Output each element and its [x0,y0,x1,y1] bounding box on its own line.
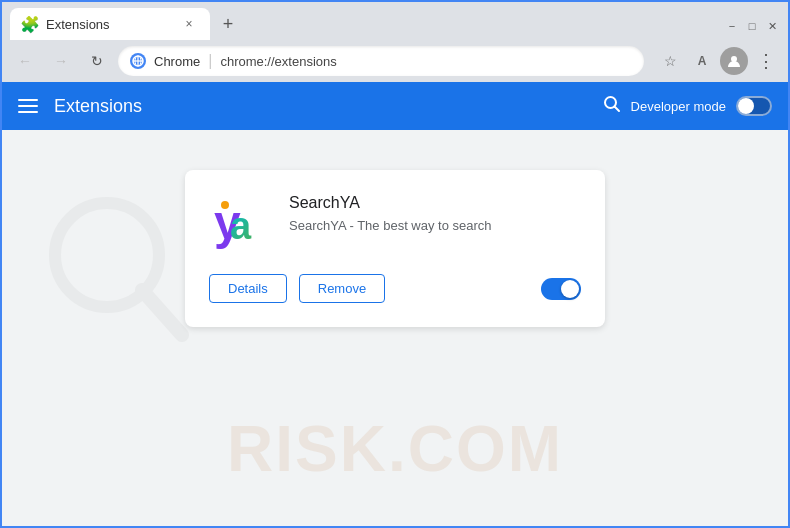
svg-line-8 [142,290,182,335]
window-controls: − □ ✕ [724,18,780,34]
close-button[interactable]: ✕ [764,18,780,34]
reload-button[interactable]: ↻ [82,46,112,76]
svg-point-11 [221,201,229,209]
maximize-button[interactable]: □ [744,18,760,34]
details-button[interactable]: Details [209,274,287,303]
addressbar: ← → ↻ Chrome | chrome://extensions ☆ A ⋮ [2,40,788,82]
browser-tab[interactable]: 🧩 Extensions × [10,8,210,40]
hamburger-menu-button[interactable] [18,99,38,113]
url-bar[interactable]: Chrome | chrome://extensions [118,46,644,76]
extension-logo: y a [209,194,269,254]
new-tab-button[interactable]: + [214,10,242,38]
toggle-knob [738,98,754,114]
developer-mode-toggle[interactable] [736,96,772,116]
main-content: RISK.COM y a [2,130,788,526]
svg-line-6 [614,106,619,111]
url-actions: ☆ A ⋮ [656,47,780,75]
tab-favicon: 🧩 [22,16,38,32]
extension-text: SearchYA SearchYA - The best way to sear… [289,194,492,233]
url-path: chrome://extensions [220,54,336,69]
extensions-header: Extensions Developer mode [2,82,788,130]
url-chrome-label: Chrome [154,54,200,69]
extension-description: SearchYA - The best way to search [289,218,492,233]
developer-mode-label: Developer mode [631,99,726,114]
tab-close-button[interactable]: × [180,15,198,33]
watermark-text: RISK.COM [227,412,563,486]
extensions-page-title: Extensions [54,96,587,117]
titlebar: 🧩 Extensions × + − □ ✕ [2,2,788,40]
extension-toggle-knob [561,280,579,298]
extension-info: y a SearchYA SearchYA - The best way to [209,194,581,254]
minimize-button[interactable]: − [724,18,740,34]
back-button[interactable]: ← [10,46,40,76]
forward-button[interactable]: → [46,46,76,76]
developer-mode-area: Developer mode [603,95,772,118]
site-favicon [130,53,146,69]
profile-button[interactable] [720,47,748,75]
tab-title: Extensions [46,17,172,32]
url-divider: | [208,52,212,70]
translate-button[interactable]: A [688,47,716,75]
extension-enable-toggle[interactable] [541,278,581,300]
extension-name: SearchYA [289,194,492,212]
extension-actions: Details Remove [209,274,581,303]
chrome-menu-button[interactable]: ⋮ [752,47,780,75]
magnifier-watermark [42,190,192,354]
svg-point-7 [55,203,159,307]
search-extensions-button[interactable] [603,95,621,118]
svg-text:a: a [230,205,252,247]
extension-card: y a SearchYA SearchYA - The best way to [185,170,605,327]
remove-button[interactable]: Remove [299,274,385,303]
bookmark-button[interactable]: ☆ [656,47,684,75]
